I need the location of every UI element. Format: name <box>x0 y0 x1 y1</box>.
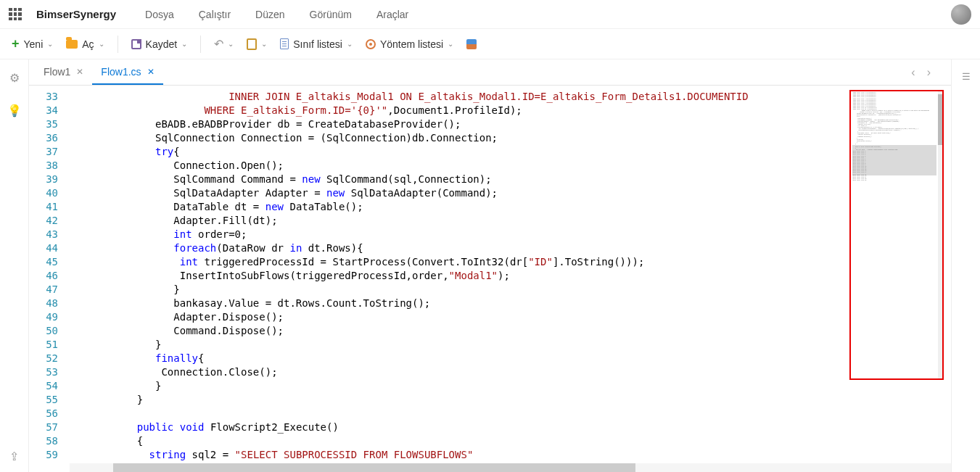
class-list-label: Sınıf listesi <box>293 38 342 50</box>
top-menu-bar: BimserSynergy DosyaÇalıştırDüzenGörünümA… <box>0 0 980 29</box>
method-list-label: Yöntem listesi <box>380 38 443 50</box>
tab-flow1[interactable]: Flow1✕ <box>35 59 92 85</box>
tab-flow1-cs[interactable]: Flow1.cs✕ <box>92 59 162 85</box>
paste-button[interactable]: ⌄ <box>242 36 271 53</box>
toolbar: Yeni⌄ Aç⌄ Kaydet⌄ ⌄ ⌄ Sınıf listesi⌄ Yön… <box>0 29 980 59</box>
outline-icon[interactable]: ☰ <box>962 71 971 82</box>
new-label: Yeni <box>24 38 44 50</box>
undo-button[interactable]: ⌄ <box>210 34 238 54</box>
tab-label: Flow1 <box>44 66 70 78</box>
separator <box>118 36 118 53</box>
lightbulb-icon[interactable]: 💡 <box>7 104 22 117</box>
method-list-button[interactable]: Yöntem listesi⌄ <box>361 36 458 53</box>
open-label: Aç <box>82 38 94 50</box>
code-minimap[interactable]: some code line 0 xxxxxxxxxxxx some code … <box>849 90 944 380</box>
separator <box>200 36 201 53</box>
apps-grid-icon[interactable] <box>9 8 22 21</box>
tab-nav-arrows: ‹ › <box>911 66 945 79</box>
code-content[interactable]: INNER JOIN E_altakis_Modal1 ON E_altakis… <box>70 86 951 472</box>
share-icon[interactable]: ⇪ <box>9 450 19 463</box>
menu-araçlar[interactable]: Araçlar <box>376 9 408 20</box>
right-rail: ☰ <box>951 59 980 472</box>
close-icon[interactable]: ✕ <box>76 67 83 77</box>
code-editor[interactable]: 33 34 35 36 37 38 39 40 41 42 43 44 45 4… <box>29 86 951 472</box>
save-button[interactable]: Kaydet⌄ <box>127 36 192 53</box>
line-number-gutter: 33 34 35 36 37 38 39 40 41 42 43 44 45 4… <box>29 86 70 472</box>
tab-bar: Flow1✕Flow1.cs✕ ‹ › <box>29 59 951 86</box>
close-icon[interactable]: ✕ <box>147 67 155 77</box>
order-button[interactable] <box>462 36 481 52</box>
minimap-viewport-highlight[interactable] <box>852 145 936 175</box>
class-list-button[interactable]: Sınıf listesi⌄ <box>276 36 357 53</box>
new-button[interactable]: Yeni⌄ <box>7 33 57 54</box>
minimap-scrollbar[interactable] <box>938 91 942 378</box>
left-rail: ⚙ 💡 ⇪ <box>0 59 29 472</box>
menu-düzen[interactable]: Düzen <box>255 9 284 20</box>
open-button[interactable]: Aç⌄ <box>62 36 108 53</box>
main-area: ⚙ 💡 ⇪ Flow1✕Flow1.cs✕ ‹ › 33 34 35 36 37… <box>0 59 980 472</box>
editor-wrapper: Flow1✕Flow1.cs✕ ‹ › 33 34 35 36 37 38 39… <box>29 59 951 472</box>
settings-icon[interactable]: ⚙ <box>9 71 20 85</box>
user-avatar[interactable] <box>951 4 971 25</box>
prev-tab-icon[interactable]: ‹ <box>911 66 915 79</box>
menu-görünüm[interactable]: Görünüm <box>310 9 352 20</box>
tab-label: Flow1.cs <box>101 66 141 78</box>
menu-dosya[interactable]: Dosya <box>145 9 174 20</box>
brand-label: BimserSynergy <box>36 8 116 20</box>
horizontal-scrollbar[interactable] <box>70 463 951 472</box>
save-label: Kaydet <box>146 38 178 50</box>
menu-çalıştır[interactable]: Çalıştır <box>199 9 231 20</box>
next-tab-icon[interactable]: › <box>927 66 931 79</box>
